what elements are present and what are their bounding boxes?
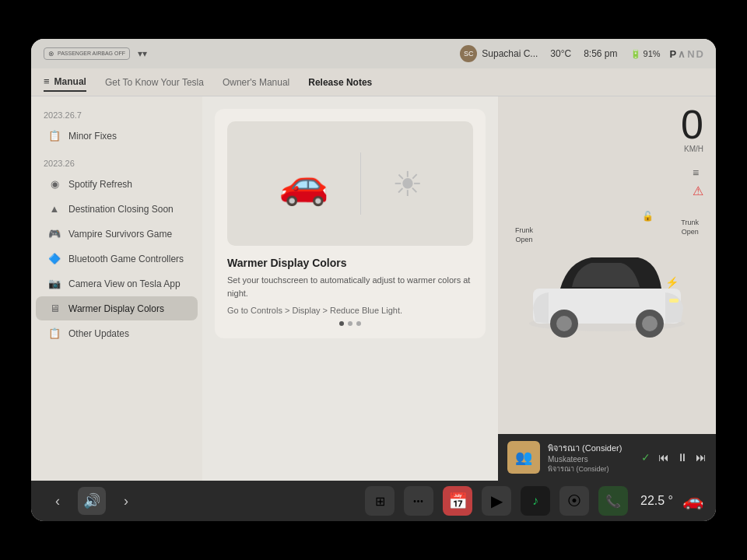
right-panel: 0 KM/H ≡ ⚠ 🔓 TrunkOpen FrunkOpen: [498, 96, 716, 481]
sidebar-item-minor-fixes[interactable]: 📋 Minor Fixes: [36, 124, 198, 148]
prev-button[interactable]: ⏮: [658, 451, 669, 464]
temp-value: 22.5: [640, 494, 665, 507]
battery-percent: 91%: [644, 49, 661, 58]
tab-owners-manual[interactable]: Owner's Manual: [223, 74, 289, 91]
music-player: 👥 พิจารณา (Consider) Muskateers พิจารณา …: [498, 434, 716, 481]
media-app-button[interactable]: ⊞: [365, 486, 395, 516]
tab-get-to-know-label: Get To Know Your Tesla: [105, 77, 204, 88]
volume-button[interactable]: 🔊: [78, 487, 106, 515]
check-button[interactable]: ✓: [641, 451, 651, 464]
calendar-app-button[interactable]: 📅: [443, 486, 472, 516]
dot-1: [339, 321, 344, 326]
tab-owners-manual-label: Owner's Manual: [223, 77, 289, 88]
main-content: 2023.26.7 📋 Minor Fixes 2023.26 ◉ Spotif…: [31, 96, 716, 481]
vampire-label: Vampire Survivors Game: [68, 229, 172, 240]
minor-fixes-label: Minor Fixes: [68, 131, 117, 142]
tab-release-notes-label: Release Notes: [308, 77, 372, 88]
manual-icon: ≡: [44, 75, 50, 87]
status-bar: ⊗ PASSENGER AIRBAG OFF ▾▾ SC Supachai C.…: [31, 39, 716, 68]
spotify-icon: ◉: [48, 178, 61, 190]
feature-card: 🚗 ☀ Warmer Display Colors Set your touch…: [215, 109, 486, 338]
next-button[interactable]: ⏭: [696, 451, 707, 464]
car-visualization: 🔓 TrunkOpen FrunkOpen: [498, 96, 716, 434]
sidebar-item-vampire[interactable]: 🎮 Vampire Survivors Game: [36, 222, 198, 246]
version-2023-26-7: 2023.26.7: [31, 106, 202, 123]
gear-indicator: P ∧ N D: [670, 48, 703, 60]
artist-name: Muskateers: [548, 455, 633, 464]
gear-p: P: [670, 48, 677, 60]
avatar: SC: [460, 45, 477, 62]
temp-unit: °: [668, 494, 673, 507]
album-name: พิจารณา (Consider): [548, 464, 633, 474]
user-info: SC Supachai C...: [460, 45, 538, 62]
dot-2: [348, 321, 352, 326]
interior-temp: 22.5 °: [640, 494, 673, 508]
car-svg: ⚡: [514, 230, 700, 339]
username: Supachai C...: [482, 48, 538, 59]
version-2023-26: 2023.26: [31, 154, 202, 171]
warmer-display-label: Warmer Display Colors: [68, 303, 164, 314]
sidebar-item-destination[interactable]: ▲ Destination Closing Soon: [36, 197, 198, 221]
sidebar-item-camera[interactable]: 📷 Camera View on Tesla App: [36, 271, 198, 296]
spotify-label: Spotify Refresh: [68, 179, 132, 190]
back-arrow-button[interactable]: ‹: [44, 487, 72, 515]
tab-manual-label: Manual: [54, 76, 86, 87]
vampire-icon: 🎮: [48, 228, 61, 240]
warmer-display-icon: 🖥: [48, 303, 61, 314]
taskbar: ‹ 🔊 › ⊞ ••• 📅 ▶ ♪ ⦿ 📞 22.5 ° 🚗: [31, 481, 716, 521]
camera-label: Camera View on Tesla App: [68, 278, 181, 289]
pause-button[interactable]: ⏸: [677, 451, 688, 464]
sidebar-item-spotify[interactable]: ◉ Spotify Refresh: [36, 172, 198, 196]
tesla-screen: ⊗ PASSENGER AIRBAG OFF ▾▾ SC Supachai C.…: [31, 39, 716, 521]
svg-point-5: [642, 316, 658, 331]
car-silhouette: 🚗: [279, 160, 329, 208]
phone-app-button[interactable]: 📞: [598, 486, 628, 516]
sidebar-item-bluetooth[interactable]: 🔷 Bluetooth Game Controllers: [36, 247, 198, 271]
status-left: ⊗ PASSENGER AIRBAG OFF ▾▾: [44, 47, 451, 60]
sidebar-item-warmer-display[interactable]: 🖥 Warmer Display Colors: [36, 296, 198, 320]
car-container: 🔓 TrunkOpen FrunkOpen: [514, 207, 700, 347]
airbag-badge: ⊗ PASSENGER AIRBAG OFF: [44, 47, 130, 60]
other-updates-label: Other Updates: [68, 328, 129, 339]
battery-icon: 🔋: [630, 49, 641, 59]
tab-manual[interactable]: ≡ Manual: [44, 72, 86, 92]
gear-r: N: [687, 48, 694, 60]
spotify-app-button[interactable]: ♪: [521, 486, 550, 516]
dot-3: [356, 321, 361, 326]
clock: 8:56 pm: [584, 48, 617, 59]
more-app-button[interactable]: •••: [404, 486, 433, 516]
wifi-icon: ▾▾: [138, 48, 147, 59]
sidebar: 2023.26.7 📋 Minor Fixes 2023.26 ◉ Spotif…: [31, 96, 202, 481]
status-center: SC Supachai C... 30°C 8:56 pm 🔋 91%: [460, 45, 660, 62]
bluetooth-icon: 🔷: [48, 253, 61, 264]
feature-preview: 🚗 ☀: [227, 121, 473, 246]
theater-app-button[interactable]: ▶: [482, 486, 511, 516]
music-controls: ✓ ⏮ ⏸ ⏭: [641, 451, 707, 464]
tab-get-to-know[interactable]: Get To Know Your Tesla: [105, 74, 204, 91]
preview-divider: [360, 152, 361, 215]
song-title: พิจารณา (Consider): [548, 441, 633, 455]
minor-fixes-icon: 📋: [48, 130, 61, 142]
nav-tabs: ≡ Manual Get To Know Your Tesla Owner's …: [31, 68, 716, 96]
car-button[interactable]: 🚗: [682, 491, 703, 511]
camera-app-button[interactable]: ⦿: [559, 486, 589, 516]
destination-icon: ▲: [48, 203, 61, 215]
sidebar-item-other-updates[interactable]: 📋 Other Updates: [36, 321, 198, 345]
album-art: 👥: [507, 441, 540, 474]
gear-n: D: [696, 48, 703, 60]
battery-display: 🔋 91%: [630, 49, 661, 59]
taskbar-left: ‹ 🔊 ›: [44, 487, 352, 515]
tab-release-notes[interactable]: Release Notes: [308, 74, 372, 91]
frunk-label: FrunkOpen: [515, 226, 533, 244]
charge-indicator: ⚡: [665, 276, 679, 289]
destination-label: Destination Closing Soon: [68, 204, 174, 215]
sun-icon: ☀: [392, 164, 423, 204]
bluetooth-label: Bluetooth Game Controllers: [68, 254, 184, 264]
feature-description: Set your touchscreen to automatically ad…: [227, 274, 473, 299]
trunk-label: TrunkOpen: [681, 219, 699, 236]
song-info: พิจารณา (Consider) Muskateers พิจารณา (C…: [548, 441, 633, 474]
lock-icon: 🔓: [642, 211, 654, 222]
svg-rect-6: [669, 299, 679, 303]
forward-arrow-button[interactable]: ›: [112, 487, 140, 515]
other-updates-icon: 📋: [48, 327, 61, 339]
